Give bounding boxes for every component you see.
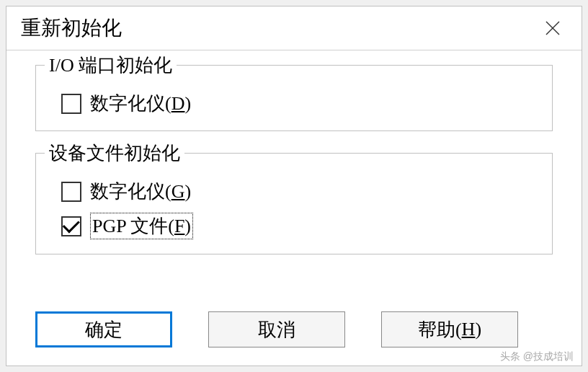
io-port-init-group: I/O 端口初始化 数字化仪(D)	[35, 65, 553, 131]
titlebar: 重新初始化	[6, 6, 582, 50]
digitizer-g-row[interactable]: 数字化仪(G)	[54, 179, 534, 204]
watermark: 头条 @技成培训	[500, 350, 574, 363]
cancel-button[interactable]: 取消	[208, 311, 345, 347]
pgp-file-row[interactable]: PGP 文件(F)	[54, 213, 534, 239]
device-file-init-group: 设备文件初始化 数字化仪(G) PGP 文件(F)	[35, 153, 553, 254]
pgp-file-checkbox[interactable]	[61, 216, 81, 236]
digitizer-g-label: 数字化仪(G)	[90, 179, 191, 204]
device-file-group-title: 设备文件初始化	[45, 141, 184, 166]
digitizer-d-checkbox[interactable]	[61, 94, 81, 114]
button-row: 确定 取消 帮助(H)	[6, 301, 582, 366]
close-icon	[544, 19, 561, 37]
digitizer-g-checkbox[interactable]	[61, 182, 81, 202]
pgp-file-label: PGP 文件(F)	[90, 213, 193, 239]
ok-button[interactable]: 确定	[35, 311, 172, 347]
dialog-content: I/O 端口初始化 数字化仪(D) 设备文件初始化 数字化仪(G) PGP 文件…	[6, 50, 582, 301]
io-port-group-title: I/O 端口初始化	[45, 53, 177, 78]
help-button[interactable]: 帮助(H)	[381, 311, 518, 347]
dialog-title: 重新初始化	[21, 14, 122, 42]
reinitialize-dialog: 重新初始化 I/O 端口初始化 数字化仪(D) 设备文件初始化 数字化仪	[6, 6, 582, 366]
close-button[interactable]	[538, 14, 567, 43]
digitizer-d-row[interactable]: 数字化仪(D)	[54, 91, 534, 116]
digitizer-d-label: 数字化仪(D)	[90, 91, 191, 116]
